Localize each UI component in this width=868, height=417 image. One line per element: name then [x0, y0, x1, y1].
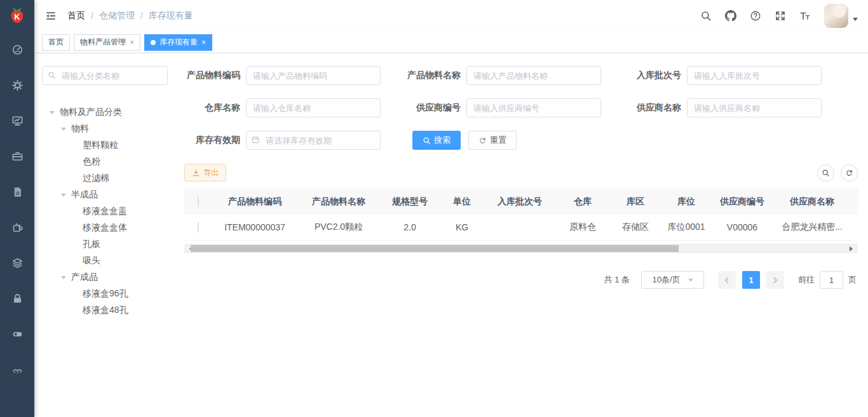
- search-button[interactable]: 搜索: [412, 131, 461, 150]
- tree-node-box-48[interactable]: 移液盒48孔: [42, 302, 174, 319]
- tab-home[interactable]: 首页: [42, 34, 70, 51]
- sidebar: K: [0, 0, 34, 417]
- app-root: K: [0, 0, 868, 417]
- caret-down-icon[interactable]: [50, 111, 55, 117]
- strawberry-logo-icon: K: [6, 5, 28, 27]
- item-code-input[interactable]: [246, 66, 381, 85]
- navbar-right: [700, 4, 868, 28]
- document-icon: [11, 186, 24, 198]
- sidebar-item-toggle[interactable]: [0, 316, 34, 352]
- caret-down-icon[interactable]: [61, 276, 66, 282]
- goto-page-input[interactable]: [820, 271, 843, 289]
- category-tree: 物料及产品分类 物料 塑料颗粒 色粉 过滤棉 半成品 移液盒盒盖 移液盒盒体 孔…: [42, 104, 174, 319]
- tree-node-plastic[interactable]: 塑料颗粒: [42, 137, 174, 154]
- header-search-button[interactable]: [700, 10, 712, 22]
- cell-item-name: PVC2.0颗粒: [297, 222, 380, 233]
- column-header: 库位: [661, 196, 712, 208]
- filter-label: 供应商名称: [625, 102, 687, 114]
- reset-button[interactable]: 重置: [468, 131, 517, 150]
- filter-item-name: 产品物料名称: [405, 66, 625, 85]
- tree-node-pigment[interactable]: 色粉: [42, 154, 174, 170]
- page-size-select[interactable]: 10条/页: [641, 271, 704, 289]
- sidebar-item-dashboard[interactable]: [0, 32, 34, 67]
- tree-node-material[interactable]: 物料: [42, 121, 174, 137]
- caret-down-icon: [853, 18, 858, 23]
- sidebar-item-document[interactable]: [0, 174, 34, 209]
- prev-page-button[interactable]: [718, 271, 736, 289]
- sidebar-item-tool[interactable]: [0, 138, 34, 174]
- sidebar-item-layers[interactable]: [0, 245, 34, 281]
- sidebar-item-lock[interactable]: [0, 281, 34, 316]
- refresh-table-button[interactable]: [841, 164, 858, 182]
- breadcrumb-home[interactable]: 首页: [67, 10, 85, 22]
- select-all-checkbox[interactable]: [198, 197, 199, 207]
- row-checkbox-cell: [184, 222, 212, 232]
- batch-no-input[interactable]: [687, 66, 822, 85]
- tree-node-finished[interactable]: 产成品: [42, 269, 174, 286]
- tab-material-product[interactable]: 物料产品管理 ×: [74, 34, 140, 51]
- fullscreen-button[interactable]: [775, 10, 786, 22]
- column-header: 供应商编号: [712, 196, 773, 208]
- user-avatar: [824, 4, 848, 28]
- tab-label: 首页: [48, 37, 64, 48]
- sidebar-item-monitor[interactable]: [0, 103, 34, 138]
- search-icon: [700, 10, 712, 22]
- toggle-search-button[interactable]: [817, 164, 834, 182]
- sidebar-toggle-button[interactable]: [34, 0, 67, 32]
- close-icon[interactable]: ×: [201, 39, 206, 46]
- tab-label: 库存现有量: [159, 37, 198, 48]
- supplier-name-input[interactable]: [687, 98, 822, 117]
- warehouse-name-input[interactable]: [246, 98, 381, 117]
- chevron-down-icon: [688, 279, 693, 284]
- export-button-label: 导出: [203, 168, 219, 178]
- font-size-button[interactable]: [799, 10, 811, 22]
- github-link[interactable]: [725, 10, 736, 22]
- category-search-input[interactable]: [42, 66, 168, 85]
- tree-node-box-body[interactable]: 移液盒盒体: [42, 220, 174, 236]
- scroll-right-arrow[interactable]: [850, 246, 855, 251]
- cell-spec: 2.0: [380, 222, 440, 232]
- tree-node-semi-finished[interactable]: 半成品: [42, 187, 174, 203]
- page-number-current[interactable]: 1: [742, 271, 760, 289]
- toolbar-right: [817, 164, 858, 182]
- tab-inventory-active[interactable]: 库存现有量 ×: [144, 34, 212, 51]
- filter-row-1: 产品物料编码 产品物料名称 入库批次号: [184, 66, 858, 85]
- table-row: ITEM00000037 PVC2.0颗粒 2.0 KG 原料仓 存储区 库位0…: [184, 215, 858, 241]
- tree-node-label: 孔板: [83, 239, 100, 250]
- pagination-goto: 前往 页: [798, 271, 857, 289]
- supplier-code-input[interactable]: [466, 98, 601, 117]
- tree-node-plate[interactable]: 孔板: [42, 236, 174, 253]
- tree-node-root[interactable]: 物料及产品分类: [42, 104, 174, 121]
- sidebar-item-plugin[interactable]: [0, 209, 34, 245]
- horizontal-scrollbar[interactable]: [184, 244, 858, 253]
- app-logo[interactable]: K: [0, 0, 34, 32]
- cell-warehouse: 原料仓: [555, 222, 610, 233]
- gear-icon: [11, 79, 24, 91]
- caret-down-icon[interactable]: [61, 128, 66, 133]
- tree-node-box-lid[interactable]: 移液盒盒盖: [42, 203, 174, 220]
- tree-node-box-96[interactable]: 移液盒96孔: [42, 286, 174, 302]
- row-checkbox[interactable]: [198, 222, 199, 232]
- sidebar-item-guide[interactable]: [0, 352, 34, 387]
- tree-node-tip[interactable]: 吸头: [42, 253, 174, 269]
- user-menu[interactable]: [824, 4, 858, 28]
- close-icon[interactable]: ×: [130, 39, 134, 46]
- expiry-date-input[interactable]: [246, 131, 381, 150]
- export-button[interactable]: 导出: [184, 164, 226, 182]
- filter-batch-no: 入库批次号: [625, 66, 846, 85]
- main-column: 首页 / 仓储管理 / 库存现有量: [34, 0, 868, 417]
- cell-zone: 存储区: [610, 222, 661, 233]
- pagination-total: 共 1 条: [604, 274, 630, 286]
- caret-down-icon[interactable]: [61, 194, 66, 199]
- header-checkbox-cell: [184, 197, 212, 207]
- next-page-button[interactable]: [766, 271, 784, 289]
- filter-row-3: 库存有效期 搜索: [184, 131, 858, 150]
- cell-supplier-name: 合肥龙兴精密...: [773, 222, 851, 233]
- sidebar-item-system[interactable]: [0, 67, 34, 103]
- item-name-input[interactable]: [466, 66, 601, 85]
- help-button[interactable]: [750, 10, 761, 22]
- scrollbar-thumb[interactable]: [191, 245, 679, 252]
- filter-expiry-date: 库存有效期: [184, 131, 405, 150]
- sidebar-menu: [0, 32, 34, 387]
- tree-node-filter-cotton[interactable]: 过滤棉: [42, 170, 174, 187]
